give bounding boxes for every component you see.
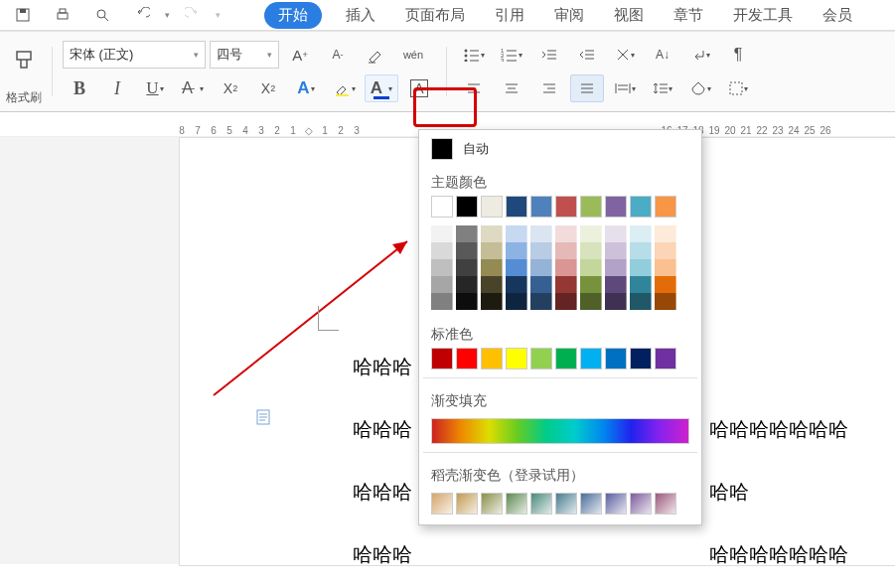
print-icon[interactable] — [46, 4, 79, 26]
clear-format-button[interactable] — [359, 41, 392, 69]
highlight-button[interactable]: ▾ — [327, 74, 361, 102]
color-swatch[interactable] — [506, 196, 527, 218]
preview-icon[interactable] — [85, 4, 119, 26]
gradient-swatch[interactable] — [555, 493, 577, 514]
color-swatch[interactable] — [605, 225, 627, 242]
color-swatch[interactable] — [580, 196, 602, 218]
dropdown-caret-icon[interactable]: ▾ — [165, 10, 170, 20]
color-swatch[interactable] — [530, 276, 552, 293]
color-swatch[interactable] — [530, 242, 552, 259]
color-swatch[interactable] — [506, 242, 527, 259]
gradient-swatch[interactable] — [605, 493, 627, 514]
color-swatch[interactable] — [605, 348, 627, 369]
text-line[interactable]: 哈哈哈哈哈哈哈 — [709, 541, 848, 568]
show-marks-button[interactable]: ¶ — [721, 41, 755, 69]
color-swatch[interactable] — [481, 348, 503, 369]
font-size-select[interactable]: 四号 ▾ — [210, 41, 279, 69]
color-swatch[interactable] — [655, 242, 676, 259]
shrink-font-button[interactable]: A- — [321, 41, 355, 69]
shading-button[interactable]: ▾ — [683, 74, 717, 102]
tab-review[interactable]: 审阅 — [548, 2, 590, 29]
color-swatch[interactable] — [456, 225, 478, 242]
color-swatch[interactable] — [456, 293, 478, 310]
text-line[interactable]: 哈哈哈 — [353, 541, 412, 568]
color-swatch[interactable] — [655, 348, 676, 369]
italic-button[interactable]: I — [100, 74, 134, 102]
increase-indent-button[interactable] — [570, 41, 604, 69]
color-swatch[interactable] — [431, 348, 453, 369]
tab-member[interactable]: 会员 — [817, 2, 858, 29]
color-swatch[interactable] — [580, 242, 602, 259]
color-swatch[interactable] — [580, 259, 602, 276]
tab-developer[interactable]: 开发工具 — [727, 2, 799, 29]
underline-button[interactable]: U▾ — [138, 74, 172, 102]
gradient-swatch[interactable] — [655, 493, 676, 514]
text-line[interactable]: 哈哈哈哈哈哈哈 — [709, 416, 848, 443]
color-swatch[interactable] — [655, 225, 676, 242]
color-swatch[interactable] — [555, 196, 577, 218]
color-swatch[interactable] — [580, 276, 602, 293]
gradient-swatch[interactable] — [630, 493, 652, 514]
color-swatch[interactable] — [530, 293, 552, 310]
grow-font-button[interactable]: A+ — [283, 41, 317, 69]
gradient-swatch[interactable] — [456, 493, 478, 514]
color-swatch[interactable] — [555, 293, 577, 310]
color-swatch[interactable] — [481, 225, 503, 242]
subscript-button[interactable]: X2 — [251, 74, 285, 102]
color-swatch[interactable] — [431, 225, 453, 242]
color-swatch[interactable] — [605, 242, 627, 259]
color-swatch[interactable] — [456, 276, 478, 293]
text-effects-button[interactable]: A▾ — [289, 74, 323, 102]
color-swatch[interactable] — [555, 225, 577, 242]
color-swatch[interactable] — [456, 348, 478, 369]
color-swatch[interactable] — [655, 276, 676, 293]
bold-button[interactable]: B — [63, 74, 96, 102]
tab-section[interactable]: 章节 — [668, 2, 709, 29]
color-swatch[interactable] — [481, 259, 503, 276]
borders-button[interactable]: ▾ — [721, 74, 755, 102]
color-swatch[interactable] — [555, 348, 577, 369]
numbering-button[interactable]: 123▾ — [495, 41, 528, 69]
color-swatch[interactable] — [630, 276, 652, 293]
color-swatch[interactable] — [630, 242, 652, 259]
color-swatch[interactable] — [580, 225, 602, 242]
color-swatch[interactable] — [655, 196, 676, 218]
gradient-swatch[interactable] — [530, 493, 552, 514]
distribute-button[interactable]: ▾ — [608, 74, 642, 102]
tab-start[interactable]: 开始 — [264, 2, 322, 29]
color-swatch[interactable] — [580, 348, 602, 369]
color-swatch[interactable] — [506, 225, 527, 242]
bullets-button[interactable]: ▾ — [457, 41, 491, 69]
color-swatch[interactable] — [605, 276, 627, 293]
color-swatch[interactable] — [555, 259, 577, 276]
color-swatch[interactable] — [456, 242, 478, 259]
align-justify-button[interactable] — [570, 74, 604, 102]
color-swatch[interactable] — [630, 348, 652, 369]
color-swatch[interactable] — [630, 259, 652, 276]
undo-icon[interactable] — [125, 4, 159, 26]
indent-marker-icon[interactable]: ◇ — [301, 125, 317, 136]
color-swatch[interactable] — [506, 293, 527, 310]
align-center-button[interactable] — [495, 74, 528, 102]
color-swatch[interactable] — [530, 225, 552, 242]
decrease-indent-button[interactable] — [532, 41, 566, 69]
gradient-swatch[interactable] — [481, 493, 503, 514]
auto-color-item[interactable]: 自动 — [419, 130, 701, 168]
color-swatch[interactable] — [481, 276, 503, 293]
text-line[interactable]: 哈哈哈 — [353, 479, 412, 506]
color-swatch[interactable] — [431, 242, 453, 259]
color-swatch[interactable] — [431, 259, 453, 276]
color-swatch[interactable] — [431, 276, 453, 293]
color-swatch[interactable] — [481, 196, 503, 218]
text-line[interactable]: 哈哈哈 — [353, 416, 412, 443]
align-right-button[interactable] — [532, 74, 566, 102]
gradient-swatch[interactable] — [506, 493, 527, 514]
tab-references[interactable]: 引用 — [489, 2, 530, 29]
color-swatch[interactable] — [456, 196, 478, 218]
line-spacing-button[interactable]: ▾ — [646, 74, 679, 102]
color-swatch[interactable] — [630, 225, 652, 242]
color-swatch[interactable] — [456, 259, 478, 276]
tab-page-layout[interactable]: 页面布局 — [399, 2, 471, 29]
color-swatch[interactable] — [481, 293, 503, 310]
text-line[interactable]: 哈哈 — [709, 479, 749, 506]
